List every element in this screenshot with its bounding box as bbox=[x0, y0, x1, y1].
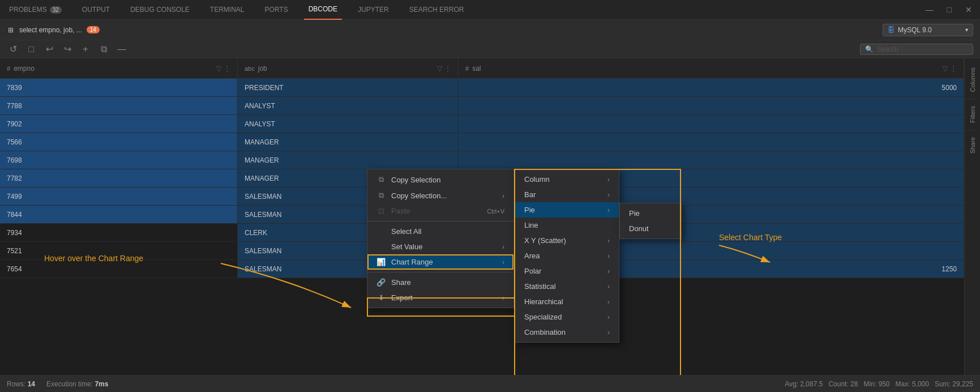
menu-item-pie[interactable]: Pie bbox=[620, 206, 681, 221]
cell-job-1: ANALYST bbox=[238, 97, 459, 114]
menu-label-specialized: Specialized bbox=[524, 313, 562, 321]
context-menu: ⧉ Copy Selection ⧉ Copy Selection... › ⊡… bbox=[367, 169, 514, 308]
specialized-arrow-icon: › bbox=[607, 313, 610, 321]
undo-button[interactable]: ↩ bbox=[43, 43, 55, 56]
cell-empno-6: 7499 bbox=[0, 188, 238, 205]
menu-label-scatter: X Y (Scatter) bbox=[524, 236, 566, 245]
tab-bar: PROBLEMS 32 OUTPUT DEBUG CONSOLE TERMINA… bbox=[0, 0, 980, 20]
cell-empno-8: 7934 bbox=[0, 224, 238, 241]
cell-empno-1: 7788 bbox=[0, 97, 238, 114]
hierarchical-arrow-icon: › bbox=[607, 297, 610, 306]
filter-icon-sal[interactable]: ▽ bbox=[943, 65, 948, 73]
menu-item-chart-range[interactable]: 📊 Chart Range › bbox=[367, 254, 513, 270]
tab-ports[interactable]: PORTS bbox=[260, 0, 293, 20]
db-selector-label: MySQL 9.0 bbox=[898, 26, 932, 34]
filter-icon-job[interactable]: ▽ bbox=[437, 65, 442, 73]
tab-search-error[interactable]: SEARCH ERROR bbox=[405, 0, 469, 20]
tab-debug-console[interactable]: DEBUG CONSOLE bbox=[126, 0, 194, 20]
cell-empno-5: 7782 bbox=[0, 169, 238, 187]
col-icons-job: ▽ ⋮ bbox=[437, 65, 451, 73]
refresh-button[interactable]: ↺ bbox=[7, 43, 19, 56]
menu-item-share[interactable]: 🔗 Share bbox=[367, 275, 513, 290]
chart-types-submenu: Column › Bar › Pie › Line X Y (Scatter) … bbox=[515, 169, 619, 343]
add-button[interactable]: + bbox=[79, 43, 92, 56]
tab-dbcode[interactable]: DBCODE bbox=[304, 0, 342, 20]
tab-problems[interactable]: PROBLEMS 32 bbox=[5, 0, 66, 20]
menu-item-polar-chart[interactable]: Polar › bbox=[515, 263, 619, 279]
menu-icon-empno[interactable]: ⋮ bbox=[224, 65, 230, 73]
col-type-empno: # bbox=[7, 65, 10, 72]
tab-terminal[interactable]: TERMINAL bbox=[206, 0, 249, 20]
menu-item-combination-chart[interactable]: Combination › bbox=[515, 325, 619, 340]
table-row[interactable]: 7698 MANAGER bbox=[0, 151, 980, 169]
save-button[interactable]: □ bbox=[25, 43, 37, 56]
window-maximize-button[interactable]: □ bbox=[944, 4, 955, 15]
window-close-button[interactable]: ✕ bbox=[962, 4, 975, 15]
menu-item-specialized-chart[interactable]: Specialized › bbox=[515, 309, 619, 325]
menu-item-pie-chart[interactable]: Pie › bbox=[515, 202, 619, 218]
menu-item-column-chart[interactable]: Column › bbox=[515, 172, 619, 187]
cell-empno-7: 7844 bbox=[0, 206, 238, 223]
query-tab[interactable]: ⊞ select empno, job, ... 14 bbox=[7, 26, 100, 34]
db-selector[interactable]: 🗄 MySQL 9.0 ▾ bbox=[883, 24, 973, 36]
copy-button[interactable]: ⧉ bbox=[97, 43, 110, 56]
cell-empno-3: 7566 bbox=[0, 133, 238, 151]
menu-label-hierarchical: Hierarchical bbox=[524, 297, 563, 306]
col-type-job: abc bbox=[245, 65, 255, 72]
cell-empno-2: 7902 bbox=[0, 115, 238, 133]
redo-button[interactable]: ↪ bbox=[61, 43, 74, 56]
menu-icon-sal[interactable]: ⋮ bbox=[950, 65, 957, 73]
table-row[interactable]: 7788 ANALYST bbox=[0, 97, 980, 115]
menu-item-select-all[interactable]: Select All bbox=[367, 224, 513, 239]
menu-item-line-chart[interactable]: Line bbox=[515, 218, 619, 233]
col-name-job: job bbox=[258, 65, 267, 73]
col-type-sal: # bbox=[465, 65, 469, 72]
col-name-empno: empno bbox=[14, 65, 35, 73]
menu-label-chart-range: Chart Range bbox=[391, 258, 433, 266]
menu-item-area-chart[interactable]: Area › bbox=[515, 248, 619, 263]
tab-jupyter[interactable]: JUPYTER bbox=[353, 0, 393, 20]
table-row[interactable]: 7566 MANAGER bbox=[0, 133, 980, 151]
cell-empno-9: 7521 bbox=[0, 242, 238, 259]
chart-range-arrow-icon: › bbox=[502, 258, 504, 266]
col-header-empno: # empno ▽ ⋮ bbox=[0, 58, 238, 78]
menu-label-statistical: Statistical bbox=[524, 282, 556, 291]
window-minimize-button[interactable]: — bbox=[922, 4, 937, 15]
toolbar-left: ↺ □ ↩ ↪ + ⧉ — bbox=[7, 43, 128, 56]
menu-divider-2 bbox=[367, 272, 513, 272]
remove-button[interactable]: — bbox=[115, 43, 128, 56]
menu-label-area: Area bbox=[524, 252, 540, 260]
menu-label-set-value: Set Value bbox=[391, 242, 422, 251]
combination-arrow-icon: › bbox=[607, 328, 610, 336]
tab-output[interactable]: OUTPUT bbox=[78, 0, 114, 20]
table-row[interactable]: 7839 PRESIDENT 5000 bbox=[0, 79, 980, 97]
db-selector-icon: 🗄 bbox=[888, 26, 895, 34]
query-tab-bar: ⊞ select empno, job, ... 14 🗄 MySQL 9.0 … bbox=[0, 20, 980, 40]
menu-item-hierarchical-chart[interactable]: Hierarchical › bbox=[515, 294, 619, 309]
polar-arrow-icon: › bbox=[607, 267, 610, 275]
panel-tab-columns[interactable]: Columns bbox=[967, 63, 978, 96]
table-row[interactable]: 7902 ANALYST bbox=[0, 115, 980, 133]
chart-range-icon: 📊 bbox=[376, 258, 386, 266]
menu-item-statistical-chart[interactable]: Statistical › bbox=[515, 279, 619, 294]
menu-item-copy-selection[interactable]: ⧉ Copy Selection bbox=[367, 172, 513, 188]
cell-empno-10: 7654 bbox=[0, 260, 238, 278]
rows-label: Rows: 14 bbox=[7, 380, 35, 388]
menu-item-bar-chart[interactable]: Bar › bbox=[515, 187, 619, 202]
export-icon: ⬇ bbox=[376, 293, 386, 302]
menu-item-scatter-chart[interactable]: X Y (Scatter) › bbox=[515, 233, 619, 248]
filter-icon-empno[interactable]: ▽ bbox=[216, 65, 221, 73]
scatter-arrow-icon: › bbox=[607, 236, 610, 245]
share-icon: 🔗 bbox=[376, 278, 386, 287]
menu-item-copy-selection-dots[interactable]: ⧉ Copy Selection... › bbox=[367, 188, 513, 203]
cell-sal-2 bbox=[459, 115, 964, 133]
panel-tab-filters[interactable]: Filters bbox=[967, 101, 978, 127]
menu-item-export[interactable]: ⬇ Export › bbox=[367, 290, 513, 305]
cell-sal-3 bbox=[459, 133, 964, 151]
menu-label-share: Share bbox=[391, 278, 411, 287]
menu-icon-job[interactable]: ⋮ bbox=[444, 65, 451, 73]
menu-item-set-value[interactable]: Set Value › bbox=[367, 239, 513, 254]
menu-item-paste[interactable]: ⊡ Paste Ctrl+V bbox=[367, 203, 513, 219]
menu-item-donut[interactable]: Donut bbox=[620, 221, 681, 236]
panel-tab-share[interactable]: Share bbox=[967, 133, 978, 158]
